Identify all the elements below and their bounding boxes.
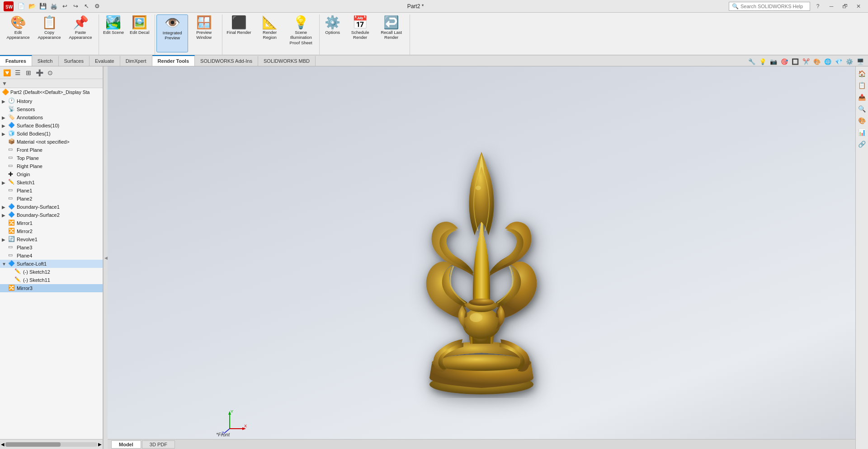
- tab-render-tools[interactable]: Render Tools: [152, 55, 195, 66]
- collapse-icon: ◀: [104, 256, 108, 260]
- scroll-left[interactable]: ◀: [1, 442, 5, 447]
- tree-item-plane4[interactable]: ▭ Plane4: [0, 252, 103, 260]
- scene-illumination-button[interactable]: 💡 Scene Illumination Proof Sheet: [286, 14, 316, 52]
- right-panel-link[interactable]: 🔗: [857, 139, 868, 150]
- ribbon-toolbar: 🎨 Edit Appearance 📋 Copy Appearance 📌 Pa…: [0, 13, 868, 56]
- svg-point-7: [469, 299, 494, 306]
- cursor-button[interactable]: ↖: [81, 1, 91, 11]
- tree-item-boundary-surface2[interactable]: ▶ 🔷 Boundary-Surface2: [0, 211, 103, 219]
- vp-tool-9[interactable]: 💎: [834, 57, 844, 66]
- filter-button[interactable]: 🔽: [2, 68, 12, 78]
- close-button[interactable]: ✕: [853, 1, 864, 11]
- scrollbar-track[interactable]: [5, 442, 97, 447]
- vp-tool-6[interactable]: ✂️: [801, 57, 811, 66]
- circle-button[interactable]: ⊙: [45, 68, 55, 78]
- print-button[interactable]: 🖨️: [49, 1, 59, 11]
- tree-item-surface-loft1[interactable]: ▼ 🔷 Surface-Loft1: [0, 260, 103, 268]
- 3dpdf-tab[interactable]: 3D PDF: [142, 440, 175, 449]
- tree-item-history[interactable]: ▶ 🕐 History: [0, 97, 103, 105]
- tab-evaluate[interactable]: Evaluate: [90, 56, 120, 66]
- tree-root[interactable]: 🔶 Part2 (Default<<Default>_Display Sta: [0, 88, 103, 96]
- vp-tool-1[interactable]: 🔧: [747, 57, 757, 66]
- tree-item-annotations[interactable]: ▶ 🏷️ Annotations: [0, 113, 103, 122]
- copy-appearance-button[interactable]: 📋 Copy Appearance: [34, 14, 65, 52]
- tree-item-boundary-surface1[interactable]: ▶ 🔷 Boundary-Surface1: [0, 203, 103, 211]
- right-panel-list[interactable]: 📋: [857, 80, 868, 91]
- redo-button[interactable]: ↪: [71, 1, 80, 11]
- tree-item-revolve1[interactable]: ▶ 🔄 Revolve1: [0, 235, 103, 243]
- tree-item-top-plane[interactable]: ▭ Top Plane: [0, 154, 103, 162]
- edit-appearance-label: Edit Appearance: [5, 30, 31, 40]
- tree-item-sensors[interactable]: 📡 Sensors: [0, 105, 103, 113]
- tree-item-mirror1[interactable]: 🔀 Mirror1: [0, 219, 103, 227]
- tab-dimxpert[interactable]: DimXpert: [120, 56, 152, 66]
- pin-button[interactable]: ➕: [34, 68, 44, 78]
- tree-item-sketch12[interactable]: ✏️ (-) Sketch12: [0, 268, 103, 276]
- vp-tool-4[interactable]: 🎯: [779, 57, 789, 66]
- right-panel-color[interactable]: 🎨: [857, 115, 868, 126]
- vp-tool-5[interactable]: 🔲: [790, 57, 800, 66]
- viewport[interactable]: Y X Z *Front Model 3D PDF: [108, 66, 855, 449]
- open-button[interactable]: 📂: [27, 1, 37, 11]
- render-region-label: Render Region: [257, 30, 283, 40]
- vp-tool-3[interactable]: 📷: [769, 57, 778, 66]
- help-button[interactable]: ?: [812, 1, 824, 11]
- scrollbar-thumb[interactable]: [5, 442, 61, 447]
- tab-solidworks-mbd[interactable]: SOLIDWORKS MBD: [258, 56, 316, 66]
- tree-item-mirror3[interactable]: 🔀 Mirror3: [0, 284, 103, 292]
- tab-sketch[interactable]: Sketch: [32, 56, 59, 66]
- search-input[interactable]: [741, 4, 804, 9]
- save-button[interactable]: 💾: [38, 1, 48, 11]
- tree-item-plane2[interactable]: ▭ Plane2: [0, 195, 103, 203]
- grid-view-button[interactable]: ⊞: [24, 68, 33, 78]
- model-tab[interactable]: Model: [111, 440, 141, 449]
- tree-item-surface-bodies[interactable]: ▶ 🔷 Surface Bodies(10): [0, 122, 103, 130]
- restore-button[interactable]: 🗗: [839, 1, 851, 11]
- tree-item-material[interactable]: 📦 Material <not specified>: [0, 138, 103, 146]
- tab-solidworks-addins[interactable]: SOLIDWORKS Add-Ins: [195, 56, 258, 66]
- undo-button[interactable]: ↩: [60, 1, 70, 11]
- right-panel-table[interactable]: 📊: [857, 127, 868, 138]
- vp-tool-10[interactable]: ⚙️: [844, 57, 854, 66]
- right-panel-search[interactable]: 🔍: [857, 103, 868, 114]
- right-panel-home[interactable]: 🏠: [857, 68, 868, 79]
- tree-item-right-plane[interactable]: ▭ Right Plane: [0, 162, 103, 170]
- vp-tool-11[interactable]: 🖥️: [855, 57, 865, 66]
- tree-item-plane3[interactable]: ▭ Plane3: [0, 243, 103, 252]
- tree-item-sketch11[interactable]: ✏️ (-) Sketch11: [0, 276, 103, 284]
- new-button[interactable]: 📄: [16, 1, 26, 11]
- edit-decal-button[interactable]: 🖼️ Edit Decal: [127, 14, 152, 52]
- sidebar-collapse-handle[interactable]: ◀: [103, 66, 108, 449]
- right-panel-export[interactable]: 📤: [857, 92, 868, 103]
- paste-appearance-label: Paste Appearance: [68, 30, 93, 40]
- preview-window-button[interactable]: 🪟 Preview Window: [189, 14, 219, 52]
- tree-item-solid-bodies[interactable]: ▶ 🧊 Solid Bodies(1): [0, 130, 103, 138]
- edit-appearance-button[interactable]: 🎨 Edit Appearance: [3, 14, 33, 52]
- tree-item-sketch1[interactable]: ▶ ✏️ Sketch1: [0, 178, 103, 187]
- scroll-right[interactable]: ▶: [98, 442, 102, 447]
- vp-tool-2[interactable]: 💡: [758, 57, 768, 66]
- list-view-button[interactable]: ☰: [13, 68, 23, 78]
- integrated-preview-button[interactable]: 👁️ Integrated Preview: [156, 14, 188, 52]
- edit-scene-button[interactable]: 🏞️ Edit Scene: [100, 14, 127, 52]
- tree-item-front-plane[interactable]: ▭ Front Plane: [0, 146, 103, 154]
- recall-last-render-button[interactable]: ↩️ Recall Last Render: [376, 14, 407, 52]
- minimize-button[interactable]: ─: [826, 1, 837, 11]
- paste-appearance-button[interactable]: 📌 Paste Appearance: [65, 14, 96, 52]
- tree-item-plane1[interactable]: ▭ Plane1: [0, 187, 103, 195]
- surface-loft1-label: Surface-Loft1: [17, 261, 47, 267]
- plane2-label: Plane2: [17, 196, 32, 201]
- integrated-preview-label: Integrated Preview: [160, 30, 185, 41]
- vp-tool-8[interactable]: 🌐: [823, 57, 833, 66]
- options-button[interactable]: ⚙️ Options: [321, 14, 344, 52]
- tree-item-mirror2[interactable]: 🔀 Mirror2: [0, 227, 103, 235]
- settings-button[interactable]: ⚙: [92, 1, 102, 11]
- final-render-button[interactable]: ⬛ Final Render: [224, 14, 254, 52]
- render-region-button[interactable]: 📐 Render Region: [255, 14, 285, 52]
- vp-tool-7[interactable]: 🎨: [812, 57, 822, 66]
- tree-item-origin[interactable]: ✚ Origin: [0, 170, 103, 178]
- tab-surfaces[interactable]: Surfaces: [59, 56, 90, 66]
- schedule-render-button[interactable]: 📅 Schedule Render: [345, 14, 376, 52]
- tab-features[interactable]: Features: [0, 55, 32, 66]
- solid-bodies-label: Solid Bodies(1): [17, 131, 51, 136]
